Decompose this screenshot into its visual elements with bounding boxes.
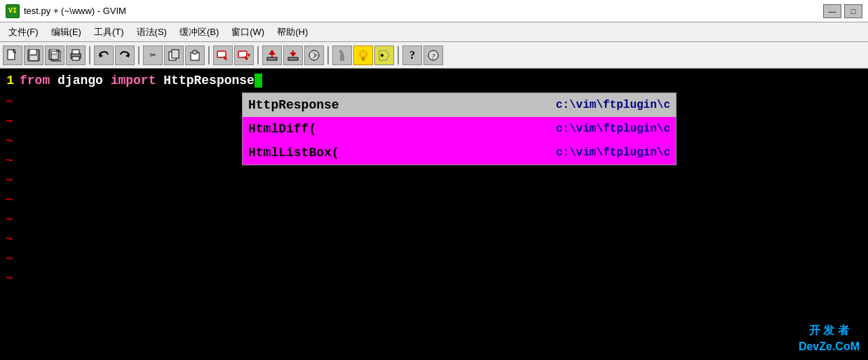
svg-rect-33: [361, 57, 365, 60]
tilde-9: ~: [0, 230, 868, 249]
maximize-button[interactable]: □: [844, 4, 862, 18]
svg-marker-24: [269, 50, 276, 55]
title-text: test.py + (~\www) - GVIM: [24, 6, 126, 16]
toolbar-tag-btn[interactable]: [374, 46, 394, 65]
autocomplete-item-0[interactable]: HttpResponse c:\vim\ftplugin\c: [243, 93, 676, 117]
autocomplete-item-2[interactable]: HtmlListBox( c:\vim\ftplugin\c: [243, 141, 676, 165]
svg-rect-15: [172, 50, 179, 58]
svg-marker-13: [126, 53, 129, 57]
tilde-11: ~: [0, 269, 868, 289]
code-from: from django import HttpResponse: [20, 74, 262, 88]
svg-rect-4: [30, 56, 37, 60]
autocomplete-item-path-1: c:\vim\ftplugin\c: [556, 123, 670, 135]
toolbar-help-btn[interactable]: ?: [402, 46, 422, 65]
toolbar-find-next-btn[interactable]: [234, 46, 254, 65]
menu-bar: 文件(F) 编辑(E) 工具(T) 语法(S) 缓冲区(B) 窗口(W) 帮助(…: [0, 22, 868, 42]
toolbar-save-all-btn[interactable]: [45, 46, 65, 65]
app-icon: VI: [6, 4, 20, 18]
toolbar-about-btn[interactable]: ?: [423, 46, 443, 65]
toolbar: ✂ ?: [0, 42, 868, 69]
autocomplete-item-name-2: HtmlListBox(: [248, 146, 542, 160]
toolbar-sep-1: [89, 46, 90, 64]
title-bar-controls: — □: [823, 4, 862, 18]
autocomplete-item-name-0: HttpResponse: [248, 98, 542, 112]
menu-help[interactable]: 帮助(H): [271, 25, 313, 40]
autocomplete-item-path-0: c:\vim\ftplugin\c: [556, 99, 670, 111]
svg-marker-12: [100, 53, 103, 57]
editor-area[interactable]: 1 from django import HttpResponse HttpRe…: [0, 69, 868, 360]
autocomplete-item-path-2: c:\vim\ftplugin\c: [556, 146, 670, 159]
toolbar-run-btn[interactable]: [304, 46, 324, 65]
svg-point-36: [381, 54, 384, 57]
svg-rect-17: [193, 50, 197, 54]
svg-rect-25: [271, 55, 273, 57]
tilde-6: ~: [0, 171, 868, 191]
svg-point-32: [360, 50, 367, 57]
toolbar-download-btn[interactable]: [283, 46, 303, 65]
svg-rect-10: [72, 50, 79, 54]
line-number-1: 1: [0, 74, 20, 88]
menu-buffer[interactable]: 缓冲区(B): [174, 25, 224, 40]
watermark-line2: DevZe.CoM: [799, 339, 860, 354]
menu-tools[interactable]: 工具(T): [88, 25, 130, 40]
toolbar-sep-2: [138, 46, 140, 64]
toolbar-build-btn[interactable]: [332, 46, 352, 65]
toolbar-hint-btn[interactable]: [353, 46, 373, 65]
toolbar-sep-5: [327, 46, 329, 64]
toolbar-save-btn[interactable]: [24, 46, 43, 65]
svg-text:?: ?: [432, 53, 435, 60]
minimize-button[interactable]: —: [823, 4, 841, 18]
svg-rect-11: [72, 57, 79, 60]
tilde-10: ~: [0, 249, 868, 269]
toolbar-sep-3: [208, 46, 210, 64]
toolbar-find-btn[interactable]: [213, 46, 233, 65]
toolbar-paste-btn[interactable]: [185, 46, 205, 65]
title-bar: VI test.py + (~\www) - GVIM — □: [0, 0, 868, 22]
code-line-1: 1 from django import HttpResponse: [0, 69, 868, 92]
watermark: 开 发 者 DevZe.CoM: [799, 323, 860, 354]
svg-rect-34: [362, 60, 365, 61]
menu-edit[interactable]: 编辑(E): [46, 25, 87, 40]
autocomplete-item-name-1: HtmlDiff(: [248, 122, 542, 136]
tilde-8: ~: [0, 210, 868, 230]
svg-rect-3: [30, 50, 36, 54]
toolbar-print-btn[interactable]: [66, 46, 86, 65]
watermark-line1: 开 发 者: [799, 323, 860, 338]
svg-rect-31: [340, 55, 344, 61]
svg-rect-26: [288, 57, 298, 60]
toolbar-new-btn[interactable]: [3, 46, 22, 65]
toolbar-cut-btn[interactable]: ✂: [143, 46, 163, 65]
toolbar-upload-btn[interactable]: [262, 46, 282, 65]
toolbar-redo-btn[interactable]: [115, 46, 135, 65]
menu-file[interactable]: 文件(F): [3, 25, 44, 40]
tilde-7: ~: [0, 191, 868, 210]
cursor: [255, 74, 262, 88]
toolbar-undo-btn[interactable]: [94, 46, 114, 65]
menu-window[interactable]: 窗口(W): [226, 25, 270, 40]
title-bar-left: VI test.py + (~\www) - GVIM: [6, 4, 126, 18]
autocomplete-popup[interactable]: HttpResponse c:\vim\ftplugin\c HtmlDiff(…: [242, 92, 677, 165]
toolbar-sep-4: [257, 46, 259, 64]
toolbar-sep-6: [398, 46, 399, 64]
toolbar-copy-btn[interactable]: [164, 46, 184, 65]
menu-syntax[interactable]: 语法(S): [131, 25, 172, 40]
svg-rect-23: [267, 57, 277, 60]
svg-rect-28: [292, 50, 294, 55]
autocomplete-item-1[interactable]: HtmlDiff( c:\vim\ftplugin\c: [243, 117, 676, 141]
svg-marker-22: [247, 54, 250, 57]
